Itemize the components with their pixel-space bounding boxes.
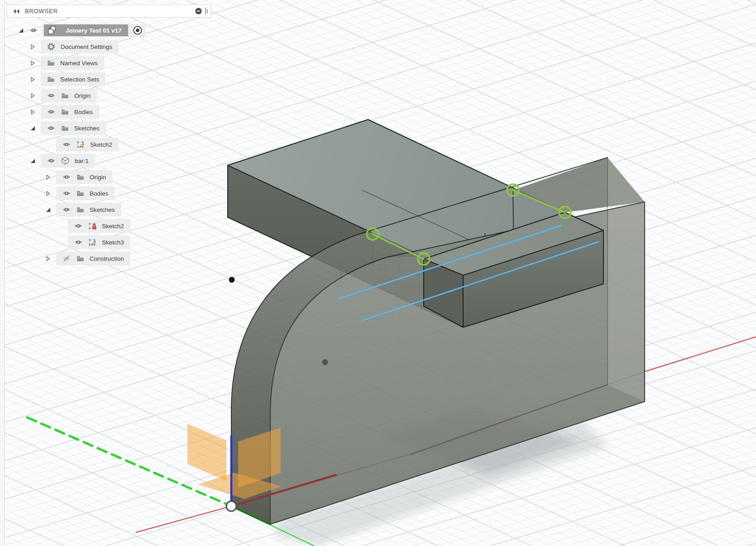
- row-label: Bodies: [90, 190, 108, 197]
- row-label: Joinery Test 01 v17: [66, 27, 122, 34]
- panel-drag-grip[interactable]: [205, 8, 208, 14]
- folder-icon: [61, 108, 69, 116]
- browser-header[interactable]: BROWSER: [7, 5, 211, 18]
- visibility-eye-icon[interactable]: [47, 91, 56, 100]
- activate-radio-icon[interactable]: [133, 25, 143, 35]
- browser-row-selection-sets[interactable]: Selection Sets: [0, 71, 226, 87]
- expand-arrow-icon[interactable]: [45, 190, 56, 196]
- expand-arrow-icon[interactable]: [18, 27, 29, 34]
- visibility-eye-icon[interactable]: [47, 107, 56, 116]
- component-cube-icon: [61, 156, 70, 165]
- expand-arrow-icon[interactable]: [30, 76, 41, 82]
- visibility-eye-icon[interactable]: [29, 26, 38, 35]
- folder-icon: [76, 173, 85, 181]
- expand-arrow-icon[interactable]: [30, 109, 41, 115]
- row-label: Bodies: [74, 109, 93, 115]
- browser-row-joinery-test[interactable]: Joinery Test 01 v17: [0, 22, 226, 38]
- expand-arrow-icon[interactable]: [30, 60, 41, 66]
- row-label: Sketch2: [102, 223, 124, 230]
- row-label: Sketch2: [90, 141, 112, 148]
- panel-title: BROWSER: [25, 8, 195, 14]
- sketch-point[interactable]: [229, 277, 235, 283]
- browser-row-bar-sketch3[interactable]: Sketch3: [0, 234, 226, 250]
- browser-row-bar-sketch2[interactable]: Sketch2: [0, 218, 226, 234]
- row-label: Origin: [90, 174, 106, 181]
- browser-row-named-views[interactable]: Named Views: [0, 55, 226, 71]
- browser-row-construction[interactable]: Construction: [0, 250, 226, 267]
- folder-icon: [61, 125, 69, 132]
- folder-icon: [76, 255, 85, 263]
- folder-icon: [61, 92, 69, 100]
- document-icon: [47, 25, 57, 35]
- row-label: Sketches: [90, 206, 115, 213]
- folder-icon: [76, 206, 85, 214]
- expand-arrow-icon[interactable]: [30, 158, 41, 164]
- visibility-eye-off-icon[interactable]: [62, 254, 71, 263]
- visibility-eye-icon[interactable]: [47, 124, 56, 133]
- visibility-eye-icon[interactable]: [62, 189, 71, 198]
- expand-arrow-icon[interactable]: [45, 255, 56, 262]
- browser-row-sketches[interactable]: Sketches: [0, 120, 226, 136]
- browser-row-bar-1[interactable]: bar:1: [0, 153, 226, 169]
- row-label: Sketch3: [102, 239, 124, 246]
- expand-arrow-icon[interactable]: [30, 125, 41, 131]
- gear-icon: [47, 42, 56, 51]
- browser-row-bodies[interactable]: Bodies: [0, 104, 226, 120]
- browser-row-sketch2[interactable]: Sketch2: [0, 136, 226, 153]
- visibility-eye-icon[interactable]: [62, 205, 71, 214]
- sketch-icon: [88, 238, 97, 247]
- browser-row-bar-bodies[interactable]: Bodies: [0, 185, 226, 201]
- row-label: Construction: [90, 255, 124, 262]
- row-label: Sketches: [74, 125, 100, 132]
- visibility-eye-icon[interactable]: [47, 156, 56, 165]
- browser-row-bar-origin[interactable]: Origin: [0, 169, 226, 185]
- sketch-icon: [76, 140, 85, 149]
- visibility-eye-icon[interactable]: [74, 238, 83, 247]
- browser-row-origin[interactable]: Origin: [0, 87, 226, 104]
- expand-arrow-icon[interactable]: [45, 206, 56, 213]
- sketch-locked-icon: [88, 221, 97, 230]
- minimize-panel-icon[interactable]: [195, 7, 202, 15]
- expand-arrow-icon[interactable]: [30, 43, 41, 50]
- row-label: Selection Sets: [60, 76, 99, 83]
- row-label: bar:1: [75, 158, 89, 164]
- sketch-point-on-face[interactable]: [322, 359, 328, 365]
- folder-icon: [47, 59, 55, 67]
- visibility-eye-icon[interactable]: [74, 221, 83, 230]
- browser-row-bar-sketches[interactable]: Sketches: [0, 201, 226, 218]
- origin-point[interactable]: [226, 501, 236, 511]
- row-label: Named Views: [60, 60, 98, 67]
- expand-arrow-icon[interactable]: [45, 174, 56, 180]
- folder-icon: [76, 190, 85, 197]
- visibility-eye-icon[interactable]: [62, 172, 71, 182]
- expand-arrow-icon[interactable]: [30, 92, 41, 99]
- collapse-panel-icon[interactable]: [12, 8, 20, 15]
- browser-row-document-settings[interactable]: Document Settings: [0, 38, 226, 55]
- selected-document[interactable]: Joinery Test 01 v17: [44, 24, 128, 36]
- row-label: Origin: [74, 92, 91, 99]
- row-label: Document Settings: [61, 43, 112, 50]
- visibility-eye-icon[interactable]: [62, 140, 71, 149]
- folder-icon: [47, 76, 55, 83]
